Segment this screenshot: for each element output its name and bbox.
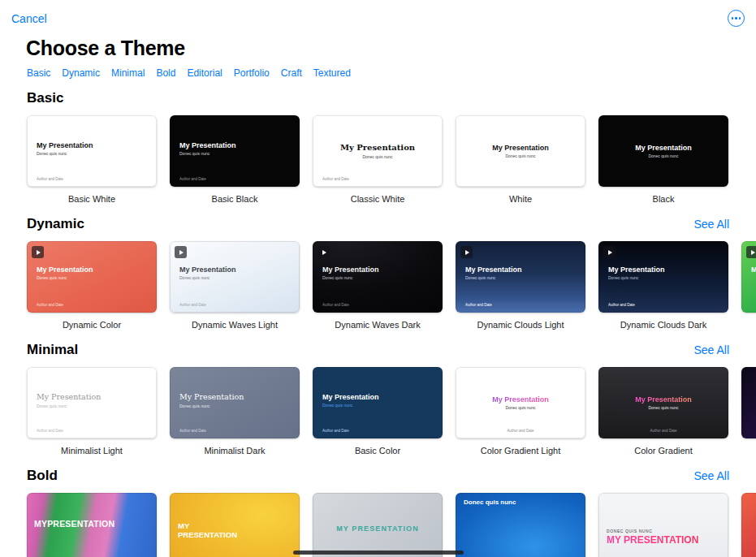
preview-subtitle: Donec quis nunc	[465, 275, 577, 280]
theme-card-color-gradient-light[interactable]: My PresentationDonec quis nuncAuthor and…	[456, 367, 585, 456]
theme-card[interactable]: MYPRESENTATION	[27, 493, 157, 557]
page-title: Choose a Theme	[26, 37, 756, 60]
preview-footer: Author and Date	[37, 429, 63, 433]
theme-thumbnail: My PresentationDonec quis nuncAuthor and…	[27, 367, 157, 438]
play-badge-icon	[460, 246, 473, 258]
nav-item-basic[interactable]: Basic	[27, 67, 50, 79]
section-title: Minimal	[27, 342, 78, 358]
theme-card[interactable]: MY PRESENTATION	[313, 493, 443, 557]
theme-row: My PresentationDonec quis nuncAuthor and…	[27, 115, 728, 205]
theme-card-basic-white[interactable]: My PresentationDonec quis nuncAuthor and…	[27, 115, 157, 205]
preview-title: My Presentation	[340, 143, 415, 153]
theme-thumbnail: My Presentation	[741, 241, 756, 313]
theme-card[interactable]	[741, 367, 756, 456]
theme-thumbnail: MY PRESENTATIONDONEC QUIS NUNC	[598, 493, 728, 557]
theme-label: Minimalist Light	[27, 446, 157, 456]
theme-card-color-gradient[interactable]: My PresentationDonec quis nuncAuthor and…	[598, 367, 728, 456]
slide-preview: My PresentationDonec quis nunc	[322, 393, 434, 408]
nav-item-bold[interactable]: Bold	[156, 67, 175, 79]
section-title: Bold	[27, 468, 58, 484]
theme-card[interactable]	[741, 493, 756, 557]
theme-card-dynamic-clouds-dark[interactable]: My PresentationDonec quis nuncAuthor and…	[598, 241, 728, 330]
preview-title: My Presentation	[465, 266, 577, 274]
preview-footer: Author and Date	[322, 303, 349, 307]
slide-preview: My PresentationDonec quis nunc	[37, 141, 149, 156]
nav-item-portfolio[interactable]: Portfolio	[234, 67, 270, 79]
preview-title: My Presentation	[179, 393, 292, 402]
preview-footer: Author and Date	[37, 177, 63, 181]
section-bold: BoldSee AllMYPRESENTATIONMY PRESENTATION…	[0, 468, 756, 557]
theme-chooser: Cancel Choose a Theme BasicDynamicMinima…	[0, 0, 756, 557]
nav-item-craft[interactable]: Craft	[281, 67, 302, 79]
preview-footer: Author and Date	[322, 177, 349, 181]
theme-label: White	[456, 194, 585, 205]
slide-preview: My PresentationDonec quis nunc	[37, 393, 149, 408]
slide-preview: My PresentationDonec quis nunc	[598, 115, 728, 187]
slide-preview: My PresentationDonec quis nunc	[37, 266, 149, 280]
preview-subtitle: Donec quis nunc	[179, 151, 292, 156]
preview-footer: Author and Date	[608, 303, 635, 307]
theme-thumbnail: My PresentationDonec quis nuncAuthor and…	[313, 241, 443, 313]
preview-footer: Author and Date	[322, 429, 349, 433]
section-title: Basic	[27, 90, 63, 106]
cancel-button[interactable]: Cancel	[11, 12, 47, 25]
ellipsis-circle-icon	[732, 17, 741, 19]
nav-item-dynamic[interactable]: Dynamic	[62, 67, 100, 79]
see-all-link[interactable]: See All	[693, 218, 729, 231]
section-title: Dynamic	[27, 216, 84, 232]
theme-card-dynamic-clouds-light[interactable]: My PresentationDonec quis nuncAuthor and…	[456, 241, 585, 330]
theme-card[interactable]: Donec quis nunc	[456, 493, 585, 557]
preview-title: MY PRESENTATION	[178, 522, 227, 539]
slide-preview: My PresentationDonec quis nunc	[179, 393, 292, 408]
theme-thumbnail: MYPRESENTATION	[27, 493, 157, 557]
theme-card-classic-white[interactable]: My PresentationDonec quis nuncAuthor and…	[313, 115, 443, 205]
preview-footer: Author and Date	[37, 303, 63, 307]
theme-card[interactable]: My Presentation	[741, 241, 756, 330]
see-all-link[interactable]: See All	[693, 343, 729, 356]
nav-item-minimal[interactable]: Minimal	[111, 67, 145, 79]
slide-preview: My PresentationDonec quis nunc	[313, 115, 443, 187]
theme-label: Basic Color	[313, 446, 443, 456]
theme-thumbnail: My PresentationDonec quis nuncAuthor and…	[170, 241, 300, 313]
theme-label: Basic Black	[170, 194, 300, 205]
theme-label: Dynamic Clouds Light	[456, 320, 585, 330]
section-dynamic: DynamicSee AllMy PresentationDonec quis …	[0, 216, 756, 330]
preview-footer: Author and Date	[179, 429, 206, 433]
preview-subtitle: Donec quis nunc	[322, 403, 434, 408]
theme-card-minimalist-light[interactable]: My PresentationDonec quis nuncAuthor and…	[27, 367, 157, 456]
theme-thumbnail: My PresentationDonec quis nuncAuthor and…	[27, 241, 157, 313]
theme-label	[741, 320, 756, 330]
theme-thumbnail: MY PRESENTATION	[170, 493, 300, 557]
theme-card-dynamic-waves-dark[interactable]: My PresentationDonec quis nuncAuthor and…	[313, 241, 443, 330]
theme-card-dynamic-color[interactable]: My PresentationDonec quis nuncAuthor and…	[27, 241, 157, 330]
nav-item-textured[interactable]: Textured	[313, 67, 351, 79]
play-badge-icon	[746, 246, 756, 258]
section-basic: BasicMy PresentationDonec quis nuncAutho…	[0, 90, 756, 205]
home-indicator[interactable]	[293, 551, 464, 555]
more-options-button[interactable]	[728, 10, 745, 27]
section-header: MinimalSee All	[27, 342, 729, 358]
theme-label: Black	[598, 194, 728, 205]
theme-card-black[interactable]: My PresentationDonec quis nuncBlack	[598, 115, 728, 205]
slide-preview: My PresentationDonec quis nunc	[598, 367, 728, 438]
theme-thumbnail: My PresentationDonec quis nuncAuthor and…	[598, 241, 728, 313]
preview-title: My Presentation	[751, 266, 756, 274]
theme-card-dynamic-waves-light[interactable]: My PresentationDonec quis nuncAuthor and…	[170, 241, 300, 330]
preview-title: My Presentation	[492, 144, 549, 152]
theme-card[interactable]: MY PRESENTATIONDONEC QUIS NUNC	[598, 493, 728, 557]
nav-item-editorial[interactable]: Editorial	[187, 67, 222, 79]
preview-subtitle: Donec quis nunc	[505, 405, 535, 410]
see-all-link[interactable]: See All	[693, 469, 729, 482]
preview-footer: Author and Date	[179, 177, 206, 181]
theme-card-white[interactable]: My PresentationDonec quis nuncWhite	[456, 115, 585, 205]
theme-thumbnail	[741, 367, 756, 438]
theme-label: Dynamic Color	[27, 320, 157, 330]
theme-card-basic-black[interactable]: My PresentationDonec quis nuncAuthor and…	[170, 115, 300, 205]
theme-card-basic-color[interactable]: My PresentationDonec quis nuncAuthor and…	[313, 367, 443, 456]
theme-card[interactable]: MY PRESENTATION	[170, 493, 300, 557]
slide-preview: MYPRESENTATION	[34, 519, 149, 529]
theme-card-minimalist-dark[interactable]: My PresentationDonec quis nuncAuthor and…	[170, 367, 300, 456]
sections: BasicMy PresentationDonec quis nuncAutho…	[0, 90, 756, 557]
theme-thumbnail: My PresentationDonec quis nuncAuthor and…	[456, 367, 585, 438]
theme-label: Basic White	[27, 194, 157, 205]
